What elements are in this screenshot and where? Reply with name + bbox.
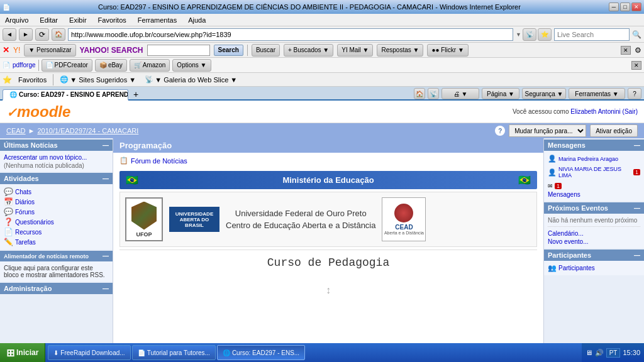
tarefas-link[interactable]: Tarefas (15, 238, 36, 246)
tab-rss-button[interactable]: 📡 (428, 88, 439, 99)
alimentador-toggle[interactable]: — (103, 253, 109, 260)
novo-evento-link[interactable]: Novo evento... (548, 238, 640, 246)
calendario-link[interactable]: Calendário... (548, 229, 640, 238)
favorites-star[interactable]: ⭐ (538, 28, 552, 41)
msg-count-badge: 1 (555, 183, 562, 189)
menu-editar[interactable]: Editar (37, 15, 60, 25)
close-button[interactable]: ✕ (631, 3, 641, 11)
taskbar-item-freeRapid[interactable]: ⬇ FreeRapid Download... (48, 345, 130, 360)
mudar-select[interactable]: Mudar função para... (509, 124, 586, 137)
taskbar: ⊞ Iniciar ⬇ FreeRapid Download... 📄 Tuto… (0, 343, 644, 362)
tab-ferramentas-button[interactable]: Ferramentas ▼ (569, 88, 625, 99)
galeria-link[interactable]: 📡 ▼ Galeria do Web Slice ▼ (142, 75, 240, 84)
windows-icon: ⊞ (6, 347, 14, 359)
menu-arquivo[interactable]: Arquivo (3, 15, 31, 25)
yahoo-search-input[interactable] (147, 45, 210, 56)
alimentador-title: Alimentador de notícias remoto (4, 253, 89, 260)
person-icon-1: 👤 (548, 155, 557, 163)
chats-link[interactable]: Chats (15, 188, 31, 196)
minimize-button[interactable]: ─ (609, 3, 619, 11)
rss-config-link[interactable]: Clique aqui para configurar este bloco e… (4, 264, 109, 279)
options-button[interactable]: Options ▼ (172, 59, 211, 72)
cead-molecule (394, 204, 413, 222)
administracao-toggle[interactable]: — (103, 285, 109, 292)
tab-help-button[interactable]: ? (628, 88, 641, 99)
ufop-logo: UFOP (125, 197, 163, 241)
flickr-button[interactable]: ●● Flickr ▼ (427, 44, 468, 57)
ultimas-noticias-content: Acrescentar um novo tópico... (Nenhuma n… (0, 151, 113, 172)
ebay-button[interactable]: 📦 eBay (95, 59, 127, 72)
tab-security-button[interactable]: Segurança ▼ (522, 88, 566, 99)
msg-link-1[interactable]: Marina Pedreira Aragao (558, 155, 618, 163)
mensagens-content: 👤 Marina Pedreira Aragao 👤 NIVIA MARIA D… (544, 151, 644, 201)
curso-title: Curso de Pedagogia (119, 250, 537, 275)
participantes-link[interactable]: Participantes (558, 264, 595, 272)
home-button[interactable]: 🏠 (52, 28, 65, 41)
buscar-button[interactable]: Buscar (252, 44, 280, 57)
pdfforge-link[interactable]: pdfforge (13, 62, 36, 69)
user-link[interactable]: Elizabeth Antonini (Sair) (570, 108, 638, 115)
address-input[interactable] (68, 28, 513, 41)
list-item: 💬 Chats (4, 187, 109, 197)
breadcrumb-course[interactable]: 2010/1/EAD297/24 - CAMACARI (37, 127, 138, 134)
taskbar-item-curso[interactable]: 🌐 Curso: EAD297 - ENS... (217, 345, 305, 360)
menu-ferramentas[interactable]: Ferramentas (135, 15, 179, 25)
search-icon[interactable]: 🔍 (632, 30, 641, 39)
yahoo-search-button[interactable]: Search (214, 45, 243, 56)
participantes-toggle[interactable]: — (634, 252, 640, 259)
tab-page-button[interactable]: Página ▼ (482, 88, 519, 99)
yahoo-logo: YAHOO! SEARCH (80, 46, 143, 55)
refresh-button[interactable]: ⟳ (35, 28, 49, 41)
title-bar: 📄 Curso: EAD297 - ENSINO E APRENDIZAGEM … (0, 0, 644, 14)
right-sidebar: Mensagens — 👤 Marina Pedreira Aragao 👤 N… (543, 138, 644, 348)
new-tab-button[interactable]: + (131, 89, 141, 99)
add-topic-link[interactable]: Acrescentar um novo tópico... (4, 153, 109, 162)
window-controls: ─ □ ✕ (609, 3, 641, 11)
questionarios-link[interactable]: Questionários (15, 218, 54, 226)
diarios-link[interactable]: Diários (15, 198, 35, 206)
taskbar-item-tutorial[interactable]: 📄 Tutorial para Tutores... (132, 345, 216, 360)
menu-exibir[interactable]: Exibir (67, 15, 89, 25)
toolbar-close-button[interactable]: ✕ (621, 46, 631, 55)
atividades-content: 💬 Chats 📅 Diários 💬 Fóruns ❓ Questionári… (0, 184, 113, 250)
menu-ajuda[interactable]: Ajuda (186, 15, 208, 25)
star-icon: ⭐ (3, 75, 12, 84)
help-icon[interactable]: ? (495, 126, 505, 136)
divider (247, 45, 248, 56)
ufop-label: UFOP (136, 231, 152, 238)
menu-favoritos[interactable]: Favoritos (96, 15, 129, 25)
toolbar-gear-icon[interactable]: ⚙ (635, 46, 641, 55)
atividades-toggle[interactable]: — (103, 175, 109, 182)
language-button[interactable]: PT (606, 348, 621, 358)
ativar-edicao-button[interactable]: Ativar edição (590, 124, 638, 137)
pdf-creator-button[interactable]: 📄 PDFCreator (42, 59, 92, 72)
foruns-link[interactable]: Fóruns (15, 208, 35, 216)
back-button[interactable]: ◄ (3, 28, 16, 41)
personalizar-button[interactable]: ▼ Personalizar (24, 44, 75, 57)
forum-link[interactable]: 📋 Fórum de Notícias (113, 153, 543, 168)
tab-curso[interactable]: 🌐 Curso: EAD297 - ENSINO E APRENDIZAGEM … (3, 89, 128, 101)
block-toggle-icon[interactable]: — (103, 142, 109, 149)
mensagens-toggle[interactable]: — (634, 142, 640, 149)
breadcrumb-cead[interactable]: CEAD (6, 127, 26, 134)
amazon-button[interactable]: 🛒 Amazon (130, 59, 170, 72)
live-search-input[interactable] (554, 28, 630, 41)
msg-link-2[interactable]: NIVIA MARIA DE JESUS LIMA (558, 165, 631, 179)
tab-print-button[interactable]: 🖨 ▼ (441, 88, 479, 99)
buscados-button[interactable]: + Buscados ▼ (284, 44, 333, 57)
uab-box: UNIVERSIDADE ABERTA DO BRASIL (169, 207, 219, 232)
mensagens-link[interactable]: Mensagens (548, 190, 640, 199)
yi-mail-button[interactable]: YI Mail ▼ (337, 44, 373, 57)
sites-sugeridos-link[interactable]: 🌐 ▼ Sites Sugeridos ▼ (57, 75, 138, 84)
tab-home-button[interactable]: 🏠 (414, 88, 425, 99)
recursos-link[interactable]: Recursos (15, 228, 42, 236)
maximize-button[interactable]: □ (620, 3, 630, 11)
rss-button[interactable]: 📡 (523, 28, 536, 41)
forward-button[interactable]: ► (19, 28, 33, 41)
start-button[interactable]: ⊞ Iniciar (0, 343, 45, 362)
bookmarks-close-button[interactable]: ✕ (631, 61, 641, 70)
eventos-toggle[interactable]: — (634, 205, 640, 212)
respostas-button[interactable]: Respostas ▼ (377, 44, 423, 57)
university-text: Universidade Federal de Ouro Preto Centr… (226, 207, 375, 232)
participantes-header: Participantes — (544, 250, 644, 261)
